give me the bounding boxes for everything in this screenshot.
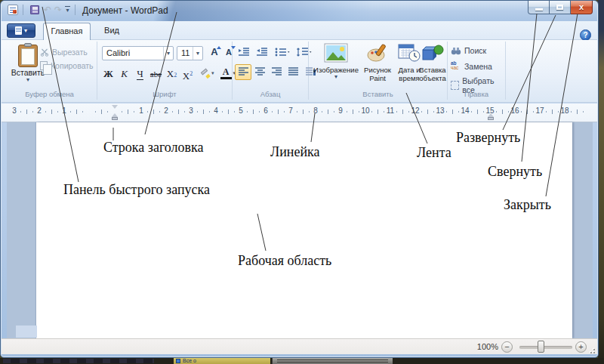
binoculars-icon (451, 46, 461, 55)
group-caption: Шрифт (97, 90, 232, 98)
zoom-in-button[interactable]: + (575, 341, 587, 353)
ruler-dot (521, 111, 522, 113)
zoom-slider-thumb[interactable] (538, 341, 544, 353)
grow-font-button[interactable]: A (208, 46, 221, 60)
subscript-button[interactable]: X2 (164, 66, 180, 82)
ruler[interactable]: 321123456789101112131415161718 (2, 103, 597, 122)
document-area[interactable] (7, 122, 593, 338)
ruler-tick (502, 110, 503, 114)
copy-button[interactable]: Копировать (40, 61, 94, 70)
ruler-dot (20, 111, 21, 113)
superscript-button[interactable]: X2 (180, 66, 196, 82)
ruler-tick (203, 110, 204, 114)
chevron-down-icon: ▾ (11, 77, 45, 82)
ruler-tick (527, 110, 528, 114)
ruler-tick (101, 110, 102, 114)
zoom-level: 100% (477, 342, 498, 351)
bold-button[interactable]: Ж (100, 66, 116, 82)
align-center-button[interactable] (251, 64, 268, 80)
tab-home[interactable]: Главная (43, 23, 91, 40)
first-line-indent-marker[interactable] (112, 105, 118, 109)
zoom-out-button[interactable]: − (501, 341, 513, 353)
underline-button[interactable]: Ч (132, 66, 148, 82)
ruler-dot (184, 111, 185, 113)
replace-button[interactable]: abчас Замена (451, 61, 492, 71)
ruler-tick (427, 110, 428, 114)
ruler-dot (371, 111, 372, 113)
chevron-down-icon[interactable]: ▾ (211, 70, 214, 76)
list-button[interactable] (272, 45, 293, 60)
ruler-tick (128, 110, 128, 114)
undo-button[interactable]: ↶ (44, 5, 51, 15)
insert-object-button[interactable]: Вставкаобъекта (416, 43, 449, 96)
maximize-button[interactable] (550, 1, 571, 14)
font-family-combo[interactable]: Calibri ▼ (102, 46, 174, 60)
redo-button[interactable]: ↷ (54, 5, 62, 15)
status-bar: 100% − + (2, 338, 597, 354)
tab-view[interactable]: Вид (97, 23, 127, 40)
group-caption: Вставить (309, 90, 447, 98)
ruler-dot (421, 111, 422, 113)
ruler-dot (558, 111, 559, 113)
title-bar[interactable]: ↶ ↷ ▾ Документ - WordPad x (2, 1, 597, 21)
justify-button[interactable] (285, 64, 301, 80)
chevron-down-icon: ▾ (312, 74, 360, 80)
object-icon (421, 43, 444, 63)
close-icon: x (579, 3, 584, 11)
insert-picture-button[interactable]: Изображение ▾ (312, 43, 360, 96)
right-indent-marker[interactable] (488, 113, 494, 120)
font-size-combo[interactable]: 11 ▼ (177, 46, 203, 60)
minimize-button[interactable] (528, 1, 550, 14)
increase-indent-button[interactable] (254, 45, 270, 60)
decrease-indent-button[interactable] (236, 45, 252, 60)
chevron-down-icon: ▾ (24, 27, 27, 34)
ruler-number: 12 (411, 106, 419, 115)
font-color-button[interactable]: A (220, 68, 232, 79)
customize-qat-button[interactable]: ▾ (65, 6, 70, 14)
ruler-tick (577, 110, 578, 114)
chevron-down-icon: ▼ (193, 47, 202, 60)
arrow-up-icon (217, 46, 221, 49)
ruler-dot (483, 111, 484, 113)
paint-palette-icon (366, 43, 389, 63)
taskbar-item[interactable]: Все о (174, 358, 270, 364)
strikethrough-button[interactable]: abe (148, 66, 164, 82)
resize-grip[interactable] (589, 347, 595, 353)
zoom-slider-track[interactable] (519, 346, 572, 349)
ruler-number: 3 (189, 106, 193, 115)
ruler-dot (297, 111, 297, 113)
find-button[interactable]: Поиск (451, 46, 486, 55)
qat-separator (75, 5, 76, 15)
ruler-dot (309, 111, 310, 113)
document-page[interactable] (36, 122, 572, 338)
help-button[interactable]: ? (580, 29, 591, 41)
cut-button[interactable]: Вырезать (40, 48, 88, 57)
ruler-tick (76, 110, 77, 114)
ruler-dot (396, 111, 397, 113)
ruler-dot (433, 111, 434, 113)
wordpad-app-icon[interactable] (8, 5, 18, 15)
italic-button[interactable]: К (116, 66, 132, 82)
ruler-dot (384, 111, 384, 113)
ruler-dot (571, 111, 572, 113)
ribbon: Вставить ▾ Вырезать Копировать Буфер обм… (2, 40, 597, 103)
save-button[interactable] (28, 4, 41, 16)
align-left-button[interactable] (235, 64, 251, 80)
application-menu-button[interactable]: ▾ (7, 23, 35, 38)
copy-icon (40, 61, 48, 70)
taskbar-item-label: Все о (183, 358, 196, 363)
taskbar-item[interactable] (272, 358, 393, 364)
replace-icon: abчас (451, 61, 461, 71)
ruler-tick (378, 110, 378, 114)
ruler-number: 14 (461, 106, 469, 115)
paint-drawing-button[interactable]: РисунокPaint (362, 43, 393, 96)
align-right-button[interactable] (268, 64, 285, 80)
ruler-tick (228, 110, 229, 114)
hanging-indent-marker[interactable] (112, 113, 118, 120)
group-insert: Изображение ▾ РисунокPaint Дата ивремя В… (309, 42, 448, 100)
highlight-button[interactable] (200, 69, 210, 79)
ruler-number: 8 (313, 106, 318, 115)
ruler-dot (45, 111, 46, 113)
close-button[interactable]: x (571, 1, 593, 14)
ruler-dot (222, 111, 223, 113)
